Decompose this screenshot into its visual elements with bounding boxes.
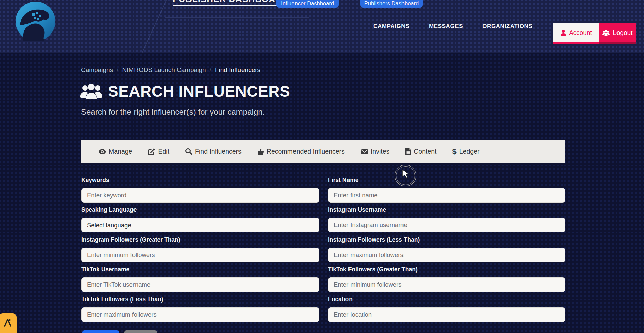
- breadcrumb-current: Find Influencers: [215, 66, 260, 74]
- accessibility-widget-button[interactable]: [0, 313, 17, 333]
- form-column-right: First Name Instagram Username Instagram …: [328, 177, 565, 326]
- tab-label: Content: [414, 148, 436, 155]
- tiktok-followers-min-input[interactable]: [328, 277, 565, 292]
- top-navigation-bar: PUBLISHER DASHBOARD Influencer Dashboard…: [0, 0, 644, 53]
- logout-label: Logout: [613, 29, 632, 37]
- speaking-language-select[interactable]: Select language: [81, 218, 319, 232]
- field-label-keywords: Keywords: [81, 177, 319, 183]
- field-label-speaking-language: Speaking Language: [81, 206, 319, 213]
- page-title: SEARCH INFLUENCERS: [108, 82, 290, 101]
- user-icon: [561, 30, 566, 36]
- users-group-icon: [80, 83, 102, 100]
- breadcrumb-separator: /: [117, 66, 118, 74]
- dashboard-title-link[interactable]: PUBLISHER DASHBOARD: [173, 0, 288, 6]
- breadcrumb-campaign-name[interactable]: NIMRODS Launch Campaign: [122, 66, 206, 74]
- field-label-tiktok-username: TikTok Username: [81, 266, 319, 273]
- page-heading: SEARCH INFLUENCERS: [80, 82, 290, 101]
- envelope-icon: [361, 149, 368, 154]
- tab-label: Invites: [371, 148, 389, 155]
- page-subtitle: Search for the right influencer(s) for y…: [81, 107, 265, 117]
- gamer-head-logo-icon: [13, 1, 58, 42]
- field-label-ig-followers-min: Instagram Followers (Greater Than): [81, 236, 319, 243]
- tab-label: Edit: [158, 148, 169, 155]
- field-label-tiktok-followers-min: TikTok Followers (Greater Than): [328, 266, 565, 273]
- tab-label: Ledger: [459, 148, 480, 155]
- tab-content[interactable]: Content: [405, 148, 436, 155]
- thumbs-up-icon: [257, 148, 264, 155]
- field-label-location: Location: [328, 296, 565, 303]
- breadcrumb-campaigns[interactable]: Campaigns: [81, 66, 113, 74]
- field-label-first-name: First Name: [328, 177, 565, 183]
- users-icon: [602, 30, 610, 36]
- eye-icon: [99, 149, 106, 154]
- tiktok-followers-max-input[interactable]: [81, 307, 319, 322]
- breadcrumb: Campaigns / NIMRODS Launch Campaign / Fi…: [81, 66, 260, 74]
- tab-invites[interactable]: Invites: [361, 148, 389, 155]
- tab-label: Find Influencers: [195, 148, 241, 155]
- search-icon: [185, 148, 192, 155]
- dollar-icon: $: [452, 147, 457, 156]
- tiktok-username-input[interactable]: [81, 277, 319, 292]
- campaign-tabbar: Manage Edit Find Influencers: [81, 140, 565, 163]
- main-nav: CAMPAIGNS MESSAGES ORGANIZATIONS: [373, 0, 532, 53]
- mountain-lambda-icon: [2, 317, 13, 327]
- nav-campaigns[interactable]: CAMPAIGNS: [373, 23, 410, 30]
- tab-label: Recommended Influencers: [267, 148, 345, 155]
- account-button[interactable]: Account: [553, 23, 599, 44]
- tab-find-influencers[interactable]: Find Influencers: [185, 148, 241, 155]
- tab-edit[interactable]: Edit: [148, 148, 169, 155]
- document-icon: [405, 148, 411, 155]
- first-name-input[interactable]: [328, 188, 565, 203]
- edit-icon: [148, 148, 155, 155]
- instagram-followers-min-input[interactable]: [81, 248, 319, 262]
- decorative-line-horizontal: [165, 17, 309, 18]
- tab-label: Manage: [109, 148, 132, 155]
- tab-manage[interactable]: Manage: [99, 148, 132, 155]
- page: PUBLISHER DASHBOARD Influencer Dashboard…: [0, 0, 644, 333]
- location-input[interactable]: [328, 307, 565, 322]
- logout-button[interactable]: Logout: [599, 23, 636, 44]
- nav-messages[interactable]: MESSAGES: [429, 23, 463, 30]
- submit-button-partial[interactable]: [82, 330, 119, 333]
- tab-ledger[interactable]: $ Ledger: [452, 147, 480, 156]
- field-label-ig-followers-max: Instagram Followers (Less Than): [328, 236, 565, 243]
- breadcrumb-separator: /: [210, 66, 211, 74]
- brand-logo[interactable]: [13, 1, 58, 42]
- field-label-tiktok-followers-max: TikTok Followers (Less Than): [81, 296, 319, 303]
- keywords-input[interactable]: [81, 188, 319, 203]
- influencer-dashboard-button[interactable]: Influencer Dashboard: [276, 0, 339, 8]
- tab-recommended-influencers[interactable]: Recommended Influencers: [257, 148, 345, 155]
- instagram-username-input[interactable]: [328, 218, 565, 232]
- reset-button-partial[interactable]: [124, 330, 157, 333]
- decorative-line-diagonal: [141, 0, 167, 53]
- form-column-left: Keywords Speaking Language Select langua…: [81, 177, 319, 326]
- account-label: Account: [569, 29, 592, 37]
- instagram-followers-max-input[interactable]: [328, 248, 565, 262]
- nav-organizations[interactable]: ORGANIZATIONS: [482, 23, 532, 30]
- field-label-instagram-username: Instagram Username: [328, 206, 565, 213]
